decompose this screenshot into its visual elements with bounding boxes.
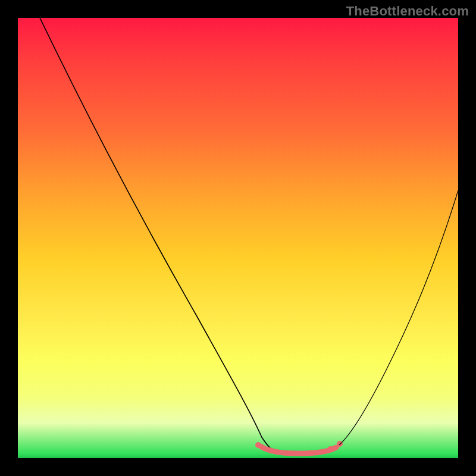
optimal-band-dot-4 [300,451,305,456]
optimal-band-dot-5 [316,450,321,455]
optimal-band-dot-6 [328,446,333,451]
optimal-band-dot-end [337,441,343,447]
optimal-band-dot-2 [268,449,273,453]
frame: TheBottleneck.com [0,0,476,476]
watermark-text: TheBottleneck.com [346,4,469,19]
optimal-band-dot-start [255,442,261,448]
plot-svg-overlay [18,18,458,458]
curve-right-branch [339,190,458,445]
optimal-band-dot-3 [283,450,288,455]
curve-left-branch [40,18,275,452]
